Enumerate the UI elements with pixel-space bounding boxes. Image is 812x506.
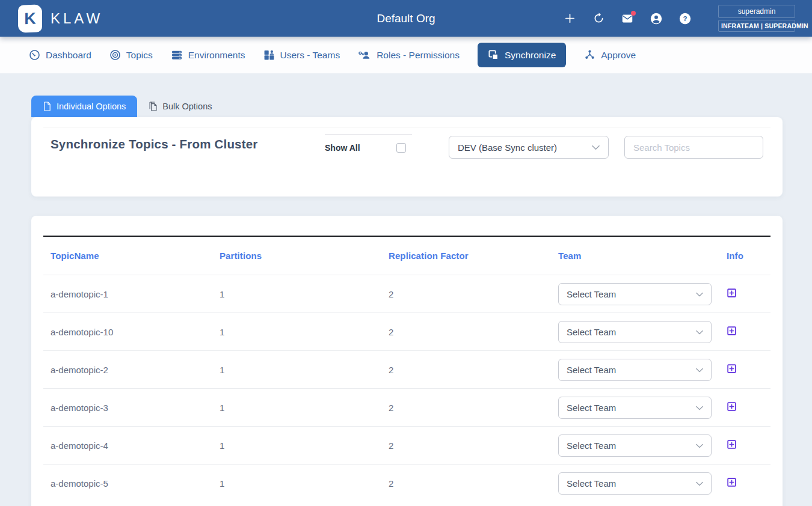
col-header-topicname: TopicName [43,251,212,261]
partitions-cell: 1 [212,365,381,375]
sync-panel: Synchronize Topics - From Cluster Show A… [31,117,783,197]
replication-factor-cell: 2 [381,327,551,337]
team-select[interactable]: Select Team [558,283,712,305]
nav-label: Topics [126,50,153,61]
add-box-icon[interactable] [727,326,737,336]
nav-item-environments[interactable]: Environments [171,49,245,61]
col-header-team: Team [551,251,719,261]
nav-item-roles-permissions[interactable]: Roles - Permissions [358,49,460,61]
topic-name-cell: a-demotopic-3 [43,403,212,413]
nav-item-approve[interactable]: Approve [584,49,636,61]
add-icon[interactable] [563,12,576,25]
nav-item-dashboard[interactable]: Dashboard [29,49,91,61]
app-header: K KLAW Default Org ? superadmin INFR [0,0,812,37]
table-row: a-demotopic-5 1 2 Select Team [43,464,770,502]
team-role-badge[interactable]: INFRATEAM | SUPERADMIN [718,20,795,32]
team-select-value: Select Team [567,365,616,375]
table-row: a-demotopic-3 1 2 Select Team [43,388,770,426]
table-body: a-demotopic-1 1 2 Select Team a-demotopi… [43,275,770,502]
team-select-value: Select Team [567,478,616,489]
tab-bulk-options[interactable]: Bulk Options [137,96,223,117]
synchronize-icon [488,49,499,61]
nav-item-users-teams[interactable]: Users - Teams [263,49,340,61]
svg-text:?: ? [683,15,687,22]
klaw-logo-icon: K [18,4,42,32]
replication-factor-cell: 2 [381,365,551,375]
roles-permissions-icon [358,49,371,61]
chevron-down-icon [696,478,703,489]
tab-label: Individual Options [57,102,126,111]
notification-badge [631,11,636,16]
chevron-down-icon [696,402,703,413]
replication-factor-cell: 2 [381,478,551,489]
brand-name: KLAW [51,10,103,27]
cluster-select[interactable]: DEV (Base Sync cluster) [449,136,609,159]
options-tab-bar: Individual Options Bulk Options [31,94,783,117]
tab-individual-options[interactable]: Individual Options [31,96,137,117]
partitions-cell: 1 [212,403,381,413]
nav-item-topics[interactable]: Topics [109,49,153,61]
nav-label: Synchronize [505,50,556,61]
copy-icon [149,102,158,111]
username-badge[interactable]: superadmin [718,5,795,18]
replication-factor-cell: 2 [381,440,551,451]
help-icon[interactable]: ? [678,12,692,25]
refresh-icon[interactable] [592,12,605,25]
approve-icon [584,49,595,61]
show-all-checkbox[interactable] [396,143,406,153]
replication-factor-cell: 2 [381,289,551,299]
dashboard-icon [29,49,40,61]
team-select[interactable]: Select Team [558,359,712,381]
topic-name-cell: a-demotopic-1 [43,289,212,299]
nav-label: Approve [601,50,636,61]
chevron-down-icon [592,142,600,153]
col-header-replication-factor: Replication Factor [381,251,551,261]
team-select[interactable]: Select Team [558,397,712,419]
mail-icon[interactable] [621,12,634,25]
chevron-down-icon [696,288,703,299]
nav-item-synchronize[interactable]: Synchronize [478,43,566,67]
replication-factor-cell: 2 [381,403,551,413]
account-icon[interactable] [650,12,663,25]
add-box-icon[interactable] [727,401,737,412]
topic-name-cell: a-demotopic-2 [43,365,212,375]
topic-name-cell: a-demotopic-10 [43,327,212,337]
tab-label: Bulk Options [162,102,212,111]
users-teams-icon [263,49,275,61]
table-row: a-demotopic-4 1 2 Select Team [43,426,770,464]
team-select-value: Select Team [567,327,616,337]
main-nav: Dashboard Topics Environments Users - Te… [0,37,812,73]
table-row: a-demotopic-2 1 2 Select Team [43,350,770,388]
add-box-icon[interactable] [727,477,737,487]
add-box-icon[interactable] [727,288,737,298]
team-select[interactable]: Select Team [558,472,712,495]
team-select[interactable]: Select Team [558,434,712,457]
topic-name-cell: a-demotopic-4 [43,440,212,451]
nav-label: Roles - Permissions [377,50,460,61]
add-box-icon[interactable] [727,364,737,374]
chevron-down-icon [696,440,703,451]
search-topics-input[interactable] [624,136,763,159]
team-select-value: Select Team [567,403,616,413]
file-icon [43,102,52,111]
chevron-down-icon [696,364,703,375]
brand[interactable]: K KLAW [18,5,103,32]
table-row: a-demotopic-1 1 2 Select Team [43,275,770,312]
partitions-cell: 1 [212,327,381,337]
chevron-down-icon [696,326,703,337]
col-header-partitions: Partitions [212,251,381,261]
panel-divider [43,127,770,127]
table-header-row: TopicName Partitions Replication Factor … [43,237,770,275]
show-all-label: Show All [325,143,360,153]
main-content: Individual Options Bulk Options Synchron… [31,94,783,506]
environments-icon [171,49,183,61]
team-select[interactable]: Select Team [558,321,712,343]
partitions-cell: 1 [212,478,381,489]
page-title: Synchronize Topics - From Cluster [51,137,258,151]
topic-name-cell: a-demotopic-5 [43,478,212,489]
nav-label: Environments [188,50,245,61]
show-all-group: Show All [325,134,412,153]
add-box-icon[interactable] [727,439,737,450]
nav-label: Users - Teams [280,50,340,61]
topics-table: TopicName Partitions Replication Factor … [43,237,770,502]
